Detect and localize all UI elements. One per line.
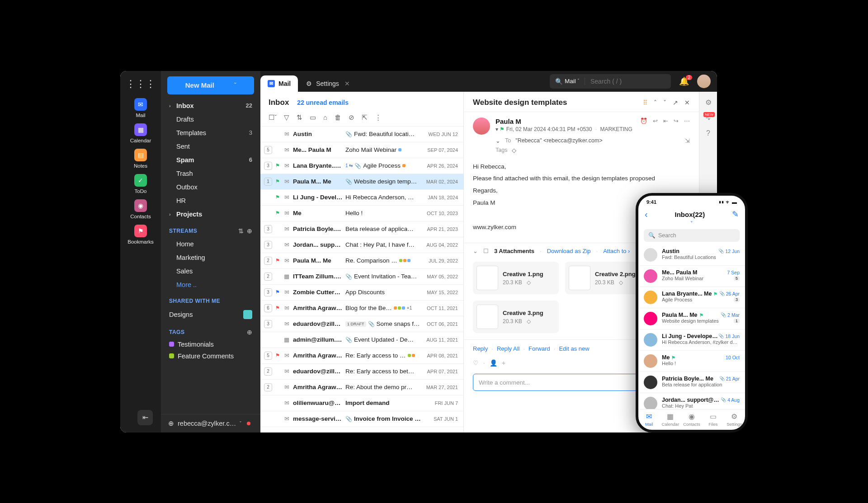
delete-icon[interactable]: 🗑 <box>335 113 341 121</box>
reply-all-link[interactable]: Reply All <box>497 345 520 352</box>
phone-search[interactable]: 🔍Search <box>644 229 740 242</box>
message-row[interactable]: 2 ✉ Amritha Agrawal... Re: About the dem… <box>260 380 463 395</box>
message-row[interactable]: ▦ admin@zillum.com 📎 Event Updated - De…… <box>260 332 463 348</box>
rail-item-mail[interactable]: ✉ Mail <box>125 95 156 121</box>
message-row[interactable]: ✉ Austin 📎 Fwd: Beautiful locati… Wed Ju… <box>260 127 463 142</box>
chevron-down-icon[interactable]: ˅ <box>663 99 666 106</box>
message-row[interactable]: ⚑ ✉ Li Jung - Developer Hi Rebecca Ander… <box>260 190 463 206</box>
rail-item-calendar[interactable]: ▦ Calendar <box>125 121 156 146</box>
notifications-icon[interactable]: 🔔2 <box>676 76 692 86</box>
gear-icon[interactable]: ⚙ <box>705 98 712 107</box>
attach-to-link[interactable]: Attach to › <box>603 248 630 254</box>
tab-mail[interactable]: ✉ Mail <box>260 75 298 92</box>
flag-icon[interactable]: ⚑ <box>500 126 505 132</box>
message-row[interactable]: 3 ✉ Patricia Boyle... Me Beta release of… <box>260 221 463 237</box>
more-icon[interactable]: ⋮ <box>375 113 382 122</box>
person-icon[interactable]: 👤 <box>490 359 497 367</box>
phone-list-item[interactable]: Paula M... Me⚑ 📎 2 Mar Website design te… <box>638 308 745 329</box>
folder-trash[interactable]: Trash <box>161 167 260 180</box>
message-row[interactable]: 3 ⚑ ✉ Zombie Cutters... le… App Discount… <box>260 285 463 301</box>
attachment-card[interactable]: Creative 3.png 20.3 KB ◇ <box>473 301 559 333</box>
folder-projects[interactable]: › Projects <box>161 207 260 221</box>
tags-add-icon[interactable]: ⊕ <box>247 329 253 336</box>
stream-sales[interactable]: Sales <box>161 264 260 278</box>
user-avatar[interactable] <box>697 75 711 88</box>
close-icon[interactable]: ✕ <box>684 99 690 106</box>
message-row[interactable]: 3 ✉ eduardov@zillum.c… 1 DRAFT 📎 Some sn… <box>260 316 463 332</box>
chevron-up-icon[interactable]: ˄ <box>654 99 657 106</box>
tag-icon[interactable]: ⌂ <box>323 113 327 121</box>
search-input[interactable] <box>585 78 671 85</box>
phone-list-item[interactable]: Jordan... support@zylker 📎 4 Aug Chat: H… <box>638 393 745 409</box>
like-icon[interactable]: ♡ <box>473 359 479 367</box>
phone-tab-calendar[interactable]: ▦ Calendar <box>660 409 681 430</box>
select-all-checkbox[interactable]: ☐ˇ <box>269 113 277 122</box>
phone-list-item[interactable]: Lana Bryante... Me⚑ 📎 26 Apr Agile Proce… <box>638 287 745 308</box>
message-row[interactable]: 3 ⚑ ✉ Lana Bryante... Me 1 ⇆ 📎 Agile Pro… <box>260 158 463 174</box>
forward-icon[interactable]: ↪ <box>674 118 679 135</box>
message-row[interactable]: ⚑ ✉ Me Hello ! Oct 10, 2023 <box>260 206 463 221</box>
flag-icon[interactable]: ⚑ <box>275 194 280 200</box>
stream-home[interactable]: Home <box>161 237 260 251</box>
forward-link[interactable]: Forward <box>528 345 550 352</box>
message-row[interactable]: 1 ⚑ ✉ Paula M... Me 📎 Website design tem… <box>260 174 463 190</box>
header-options-icon[interactable]: ⠿ <box>643 99 647 106</box>
popout-icon[interactable]: ↗ <box>673 99 678 106</box>
widgets-icon[interactable]: ∿NEW <box>705 114 711 122</box>
message-row[interactable]: ✉ message-service@… 📎 Invoice from Invoi… <box>260 411 463 427</box>
folder-drafts[interactable]: Drafts <box>161 113 260 126</box>
export-icon[interactable]: ⇱ <box>362 113 368 122</box>
folder-inbox[interactable]: › Inbox 22 <box>161 99 260 113</box>
folder-sent[interactable]: Sent <box>161 140 260 153</box>
message-row[interactable]: ✉ olilienwuaru@gmai… Import demand Fri J… <box>260 395 463 411</box>
flag-icon[interactable]: ⚑ <box>275 289 280 295</box>
reply-all-icon[interactable]: ⇤ <box>663 118 668 135</box>
shared-item-designs[interactable]: Designs <box>161 307 260 322</box>
rail-item-bookmarks[interactable]: ⚑ Bookmarks <box>125 222 156 247</box>
dropdown-icon[interactable]: ▾ <box>495 126 498 132</box>
compose-icon[interactable]: ✎ <box>732 209 739 219</box>
phone-list-item[interactable]: Me⚑ 10 Oct Hello ! <box>638 351 745 372</box>
tag-item[interactable]: Feature Comments <box>161 350 260 362</box>
attach-select-icon[interactable]: ☐ <box>483 248 489 254</box>
attach-toggle-icon[interactable]: ⌄ <box>473 248 478 254</box>
more-icon[interactable]: ⋯ <box>684 118 690 135</box>
message-row[interactable]: 6 ⚑ ✉ Amritha Agrawal... Blog for the Be… <box>260 301 463 316</box>
message-row[interactable]: 3 ✉ Jordan... support@z… Chat : Hey Pat,… <box>260 237 463 253</box>
edit-as-new-link[interactable]: Edit as new <box>559 345 589 352</box>
add-tag-icon[interactable]: ◇ <box>512 147 516 154</box>
flag-icon[interactable]: ⚑ <box>275 258 280 263</box>
rail-item-notes[interactable]: ▤ Notes <box>125 146 156 171</box>
download-zip-link[interactable]: Download as Zip <box>547 248 591 254</box>
phone-list-item[interactable]: Me... Paula M 7 Sep Zoho Mail Webinar 5 <box>638 266 745 287</box>
help-icon[interactable]: ? <box>706 129 710 137</box>
unread-count[interactable]: 22 unread emails <box>297 99 349 106</box>
folder-templates[interactable]: Templates 3 <box>161 126 260 140</box>
message-row[interactable]: 5 ✉ Me... Paula M Zoho Mail Webinar Sep … <box>260 142 463 158</box>
flag-icon[interactable]: ⚑ <box>275 353 280 358</box>
phone-list-item[interactable]: Li Jung - Developer⚑ 📎 18 Jun Hi Rebecca… <box>638 329 745 351</box>
tag-item[interactable]: Testimonials <box>161 338 260 350</box>
message-row[interactable]: 2 ✉ eduardov@zillum.c… Re: Early access … <box>260 364 463 380</box>
phone-tab-files[interactable]: ▭ Files <box>703 409 724 430</box>
message-row[interactable]: 2 ▦ ITTeam Zillum... Me 📎 Event Invitati… <box>260 269 463 285</box>
phone-list-item[interactable]: Patricia Boyle... Me 📎 21 Apr Beta relea… <box>638 372 745 393</box>
phone-tab-mail[interactable]: ✉ Mail <box>638 409 660 430</box>
rail-item-todo[interactable]: ✓ ToDo <box>125 171 156 197</box>
back-icon[interactable]: ‹ <box>645 209 648 220</box>
phone-list-item[interactable]: Austin 📎 12 Jun Fwd: Beautiful Locations <box>638 244 745 266</box>
folder-spam[interactable]: Spam 6 <box>161 153 260 167</box>
filter-icon[interactable]: ▽ <box>284 113 289 122</box>
archive-icon[interactable]: ▭ <box>310 113 316 122</box>
share-icon[interactable]: ⇲ <box>685 137 690 144</box>
reply-link[interactable]: Reply <box>473 345 488 352</box>
message-row[interactable]: 5 ⚑ ✉ Amritha Agrawal... Re: Early acces… <box>260 348 463 364</box>
sort-icon[interactable]: ⇅ <box>297 113 302 122</box>
stream-more ..[interactable]: More .. <box>161 278 260 291</box>
tab-settings[interactable]: ⚙ Settings ✕ <box>298 75 357 92</box>
flag-icon[interactable]: ⚑ <box>275 163 280 169</box>
folder-hr[interactable]: HR <box>161 194 260 207</box>
flag-icon[interactable]: ⚑ <box>275 210 280 216</box>
chevron-down-icon[interactable]: ˅ <box>638 221 745 226</box>
phone-tab-contacts[interactable]: ◉ Contacts <box>681 409 702 430</box>
